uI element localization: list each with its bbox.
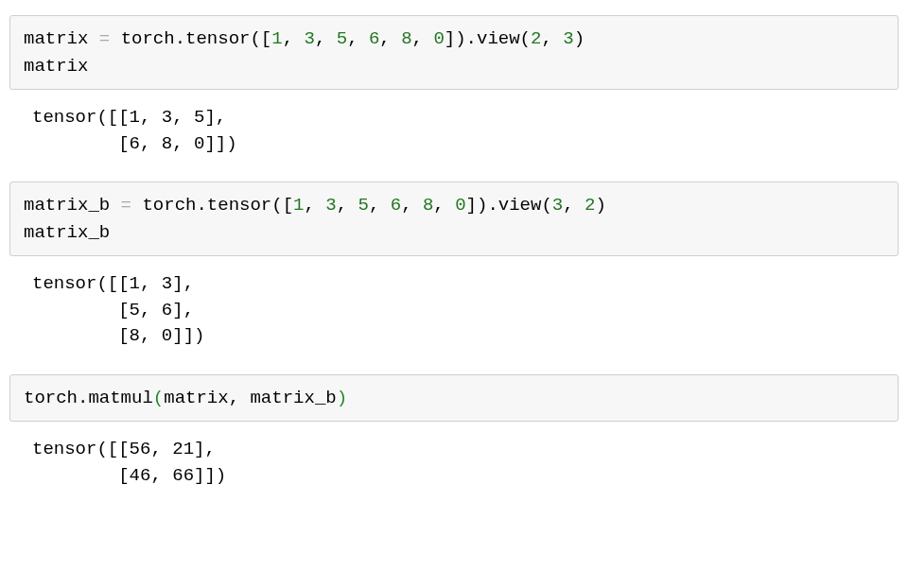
call-mid: ]).view( — [445, 28, 531, 49]
code-cell-2[interactable]: matrix_b = torch.tensor([1, 3, 5, 6, 8, … — [9, 182, 899, 256]
separator: , — [563, 195, 585, 216]
number: 3 — [563, 28, 573, 49]
code-line: matrix — [24, 56, 88, 77]
separator: , — [304, 195, 325, 216]
separator: , — [541, 28, 563, 49]
call-end: ) — [574, 28, 585, 49]
operator-assign: = — [88, 28, 120, 49]
number: 1 — [271, 28, 282, 49]
number: 5 — [337, 28, 347, 49]
output-cell-2: tensor([[1, 3], [5, 6], [8, 0]]) — [9, 262, 899, 365]
separator: , — [229, 388, 251, 408]
call-end: ) — [595, 195, 605, 216]
separator: , — [283, 28, 305, 49]
code-cell-3[interactable]: torch.matmul(matrix, matrix_b) — [9, 374, 899, 423]
code-line: matrix_b — [24, 222, 110, 243]
var-name: matrix — [24, 28, 88, 49]
number: 6 — [391, 195, 401, 216]
separator: , — [315, 28, 337, 49]
number: 1 — [293, 195, 304, 216]
separator: , — [337, 195, 358, 216]
number: 2 — [531, 28, 541, 49]
var-name: matrix_b — [24, 195, 110, 216]
paren-close: ) — [337, 388, 347, 408]
number: 3 — [305, 28, 315, 49]
code-line: matrix_b = torch.tensor([1, 3, 5, 6, 8, … — [24, 195, 606, 216]
call-name: torch.matmul — [24, 388, 153, 408]
call-prefix: torch.tensor([ — [142, 195, 293, 216]
number: 0 — [433, 28, 444, 49]
number: 8 — [423, 195, 433, 216]
code-cell-1[interactable]: matrix = torch.tensor([1, 3, 5, 6, 8, 0]… — [9, 15, 899, 90]
separator: , — [401, 195, 423, 216]
call-mid: ]).view( — [466, 195, 552, 216]
separator: , — [347, 28, 369, 49]
separator: , — [433, 195, 455, 216]
output-cell-3: tensor([[56, 21], [46, 66]]) — [9, 427, 899, 504]
operator-assign: = — [110, 195, 142, 216]
paren-open: ( — [153, 388, 164, 408]
separator: , — [369, 195, 391, 216]
call-prefix: torch.tensor([ — [121, 28, 272, 49]
number: 3 — [325, 195, 336, 216]
number: 5 — [358, 195, 369, 216]
number: 0 — [455, 195, 465, 216]
separator: , — [379, 28, 401, 49]
separator: , — [412, 28, 434, 49]
code-line: matrix = torch.tensor([1, 3, 5, 6, 8, 0]… — [24, 28, 585, 49]
output-cell-1: tensor([[1, 3, 5], [6, 8, 0]]) — [9, 95, 899, 172]
arg: matrix_b — [250, 388, 336, 408]
number: 8 — [401, 28, 411, 49]
number: 6 — [369, 28, 379, 49]
number: 3 — [552, 195, 563, 216]
number: 2 — [585, 195, 595, 216]
arg: matrix — [164, 388, 228, 408]
